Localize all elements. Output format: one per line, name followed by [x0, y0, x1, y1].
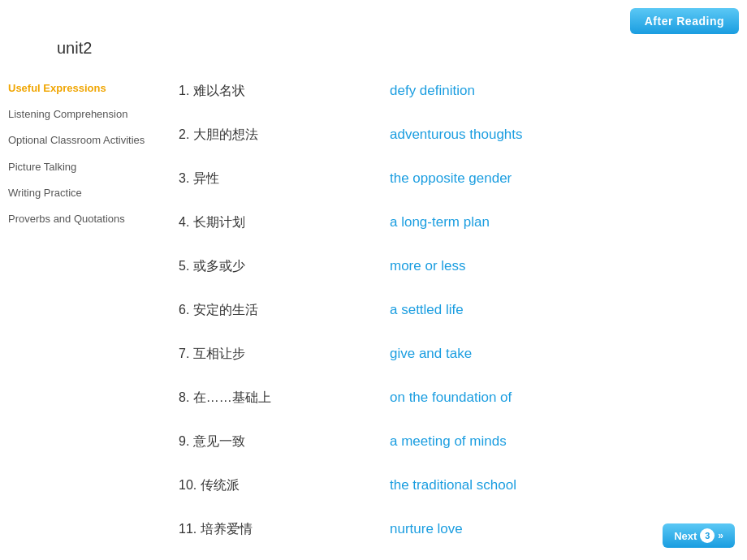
next-arrow-icon: »	[718, 530, 723, 541]
expr-english-3: the opposite gender	[390, 170, 512, 187]
expression-row-11: 11. 培养爱情nurture love	[179, 511, 731, 547]
next-page-num: 3	[700, 528, 715, 543]
expr-chinese-10: 10. 传统派	[179, 477, 390, 494]
expr-english-2: adventurous thoughts	[390, 127, 523, 143]
expr-english-7: give and take	[390, 346, 472, 362]
expr-chinese-9: 9. 意见一致	[179, 433, 390, 450]
expression-row-3: 3. 异性the opposite gender	[179, 161, 731, 196]
expression-row-1: 1. 难以名状defy definition	[179, 73, 731, 109]
expr-english-1: defy definition	[390, 83, 475, 99]
sidebar-item-proverbs-and-quotations[interactable]: Proverbs and Quotations	[8, 212, 179, 226]
expr-chinese-3: 3. 异性	[179, 170, 390, 187]
expr-chinese-8: 8. 在……基础上	[179, 390, 390, 407]
expr-chinese-11: 11. 培养爱情	[179, 521, 390, 538]
expr-chinese-1: 1. 难以名状	[179, 83, 390, 100]
expression-row-5: 5. 或多或少more or less	[179, 248, 731, 284]
sidebar-item-writing-practice[interactable]: Writing Practice	[8, 186, 179, 200]
expression-row-7: 7. 互相让步give and take	[179, 336, 731, 372]
expr-chinese-7: 7. 互相让步	[179, 346, 390, 363]
expr-chinese-6: 6. 安定的生活	[179, 302, 390, 319]
expression-row-10: 10. 传统派the traditional school	[179, 467, 731, 503]
expr-english-8: on the foundation of	[390, 390, 512, 406]
expression-row-6: 6. 安定的生活a settled life	[179, 292, 731, 328]
main-content: 1. 难以名状defy definition2. 大胆的想法adventurou…	[179, 73, 731, 555]
expr-english-10: the traditional school	[390, 477, 516, 493]
expr-chinese-2: 2. 大胆的想法	[179, 127, 390, 144]
expr-chinese-4: 4. 长期计划	[179, 214, 390, 231]
next-label: Next	[674, 530, 697, 542]
expr-chinese-5: 5. 或多或少	[179, 258, 390, 275]
after-reading-button[interactable]: After Reading	[630, 8, 739, 34]
sidebar-item-listening-comprehension[interactable]: Listening Comprehension	[8, 107, 179, 122]
expression-row-2: 2. 大胆的想法adventurous thoughts	[179, 117, 731, 153]
expr-english-11: nurture love	[390, 521, 463, 537]
expr-english-5: more or less	[390, 258, 466, 274]
expressions-table: 1. 难以名状defy definition2. 大胆的想法adventurou…	[179, 73, 731, 547]
next-button[interactable]: Next 3 »	[663, 523, 735, 548]
sidebar-item-optional-classroom-activities[interactable]: Optional Classroom Activities	[8, 133, 179, 148]
expr-english-6: a settled life	[390, 302, 464, 318]
expr-english-4: a long-term plan	[390, 214, 490, 230]
unit-title: unit2	[57, 39, 92, 58]
expression-row-4: 4. 长期计划a long-term plan	[179, 205, 731, 240]
expression-row-9: 9. 意见一致a meeting of minds	[179, 424, 731, 459]
expression-row-8: 8. 在……基础上on the foundation of	[179, 380, 731, 416]
expr-english-9: a meeting of minds	[390, 433, 507, 450]
sidebar-item-useful-expressions[interactable]: Useful Expressions	[8, 81, 179, 96]
sidebar: Useful ExpressionsListening Comprehensio…	[8, 81, 179, 238]
sidebar-item-picture-talking[interactable]: Picture Talking	[8, 160, 179, 174]
